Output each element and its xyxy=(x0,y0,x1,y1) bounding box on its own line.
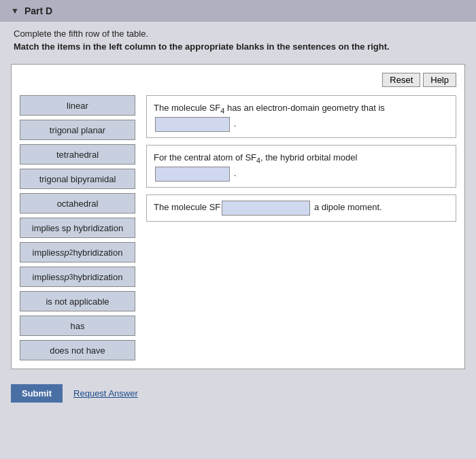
page-wrapper: ▼ Part D Complete the fifth row of the t… xyxy=(0,0,476,459)
left-column: linear trigonal planar tetrahedral trigo… xyxy=(20,95,135,360)
sentence1-text-before: The molecule SF4 has an electron-domain … xyxy=(154,103,385,113)
drag-item-does-not-have[interactable]: does not have xyxy=(20,340,135,360)
submit-row: Submit Request Answer xyxy=(0,375,476,412)
drop-box-2[interactable] xyxy=(155,167,230,182)
reset-help-row: Reset Help xyxy=(20,73,456,87)
main-box: Reset Help linear trigonal planar tetrah… xyxy=(11,64,465,369)
submit-button[interactable]: Submit xyxy=(11,384,63,403)
instructions: Complete the fifth row of the table. Mat… xyxy=(0,22,476,58)
sentence-block-3: The molecule SF a dipole moment. xyxy=(146,194,456,222)
drag-item-implies-sp2[interactable]: implies sp2 hybridization xyxy=(20,242,135,262)
drag-item-trigonal-planar[interactable]: trigonal planar xyxy=(20,120,135,140)
help-button[interactable]: Help xyxy=(423,73,456,87)
sentence3-text-before: The molecule SF xyxy=(154,202,220,212)
drag-item-implies-sp[interactable]: implies sp hybridization xyxy=(20,218,135,238)
right-column: The molecule SF4 has an electron-domain … xyxy=(146,95,456,360)
sentence-block-1: The molecule SF4 has an electron-domain … xyxy=(146,95,456,138)
instruction-line2: Match the items in the left column to th… xyxy=(14,41,462,52)
request-answer-button[interactable]: Request Answer xyxy=(73,388,138,398)
drag-item-implies-sp3[interactable]: implies sp3 hybridization xyxy=(20,267,135,287)
drop-box-3[interactable] xyxy=(222,201,310,216)
sentence3-text-after: a dipole moment. xyxy=(314,202,382,212)
drop-box-1[interactable] xyxy=(155,117,230,132)
drag-item-has[interactable]: has xyxy=(20,316,135,336)
drag-item-linear[interactable]: linear xyxy=(20,95,135,116)
part-title: Part D xyxy=(24,5,52,16)
sentence1-period: . xyxy=(234,118,237,129)
drag-item-tetrahedral[interactable]: tetrahedral xyxy=(20,144,135,165)
collapse-arrow[interactable]: ▼ xyxy=(11,6,19,16)
sentence2-text-before: For the central atom of SF4, the hybrid … xyxy=(154,152,357,163)
content-area: linear trigonal planar tetrahedral trigo… xyxy=(20,95,456,360)
sentence2-period: . xyxy=(234,168,237,178)
drag-item-trigonal-bipyramidal[interactable]: trigonal bipyramidal xyxy=(20,169,135,189)
sentence-block-2: For the central atom of SF4, the hybrid … xyxy=(146,145,456,188)
instruction-line1: Complete the fifth row of the table. xyxy=(14,29,462,39)
reset-button[interactable]: Reset xyxy=(382,73,420,87)
drag-item-octahedral[interactable]: octahedral xyxy=(20,193,135,214)
part-header: ▼ Part D xyxy=(0,0,476,22)
drag-item-not-applicable[interactable]: is not applicable xyxy=(20,291,135,311)
